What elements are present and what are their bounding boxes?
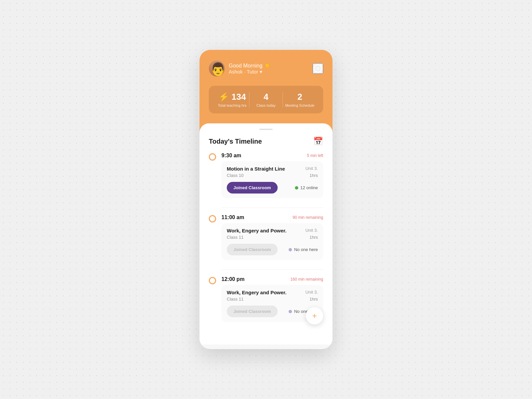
class-actions-3: Joined Classroom No one here (227, 306, 318, 317)
class-card-2: Work, Engery and Power. Unit 3. Class 11… (221, 223, 323, 260)
class-unit-3: Unit 3. (305, 290, 318, 295)
class-subject-2: Work, Engery and Power. (227, 228, 287, 233)
user-info: Good Morning ☀️ Ashok · Tutor ▾ (209, 61, 271, 76)
class-duration-3: 1hrs (310, 297, 318, 302)
time-row-2: 11:00 am 90 min remaining (221, 214, 323, 220)
class-grade-2: Class 11 (227, 235, 244, 240)
class-today-label: Class today (249, 103, 283, 107)
class-meta-1: Class 10 1hrs (227, 173, 318, 178)
stats-bar: ⚡ 134 Total teaching hrs 4 Class today 2… (209, 86, 323, 113)
user-name: Ashok (229, 69, 243, 74)
time-1: 9:30 am (221, 153, 241, 159)
class-grade-1: Class 10 (227, 173, 244, 178)
divider-2 (221, 269, 323, 270)
class-subject-3: Work, Engery and Power. (227, 290, 287, 295)
online-status-2: No one here (289, 247, 318, 252)
dropdown-arrow[interactable]: ▾ (260, 69, 262, 74)
timeline-dot-2 (209, 215, 216, 222)
time-remaining-3: 160 min remaining (290, 277, 323, 282)
meeting-label: Meeting Schedule (283, 103, 317, 107)
online-dot-1 (295, 186, 298, 190)
class-duration-1: 1hrs (310, 173, 318, 178)
online-dot-2 (289, 248, 292, 251)
online-count-2: No one here (294, 247, 318, 252)
greeting-hello: Good Morning ☀️ (229, 63, 271, 69)
time-row-3: 12:00 pm 160 min remaining (221, 276, 323, 282)
online-count-1: 12 online (300, 185, 318, 190)
class-unit-1: Unit 3. (305, 166, 318, 171)
class-subject-1: Motion in a Straight Line (227, 166, 285, 172)
teaching-hrs-value: ⚡ 134 (215, 92, 249, 102)
class-meta-2: Class 11 1hrs (227, 235, 318, 240)
content-card: Today's Timeline 📅 9:30 am 5 min left Mo… (200, 123, 332, 344)
class-duration-2: 1hrs (310, 235, 318, 240)
class-title-row-1: Motion in a Straight Line Unit 3. (227, 166, 318, 172)
join-button-1[interactable]: Joined Classroom (227, 182, 278, 194)
greeting-text: Good Morning ☀️ Ashok · Tutor ▾ (229, 63, 271, 75)
avatar (209, 61, 225, 76)
class-actions-1: Joined Classroom 12 online (227, 182, 318, 194)
fab-button[interactable]: + (306, 307, 323, 325)
time-row-1: 9:30 am 5 min left (221, 153, 323, 159)
timeline-title: Today's Timeline (209, 138, 262, 145)
class-actions-2: Joined Classroom No one here (227, 244, 318, 255)
fab-container: + (306, 307, 323, 325)
timeline-content-1: 9:30 am 5 min left Motion in a Straight … (221, 153, 323, 198)
time-3: 12:00 pm (221, 276, 244, 282)
timeline-list: 9:30 am 5 min left Motion in a Straight … (200, 153, 332, 322)
class-today-value: 4 (249, 92, 283, 102)
online-dot-3 (289, 310, 292, 313)
teaching-hrs-label: Total teaching hrs (215, 103, 249, 107)
greeting-name: Ashok · Tutor ▾ (229, 69, 271, 75)
stat-teaching-hrs: ⚡ 134 Total teaching hrs (215, 92, 249, 107)
online-status-1: 12 online (295, 185, 318, 190)
time-remaining-1: 5 min left (307, 153, 323, 158)
class-title-row-3: Work, Engery and Power. Unit 3. (227, 290, 318, 295)
meeting-value: 2 (283, 92, 317, 102)
time-remaining-2: 90 min remaining (293, 215, 323, 220)
svg-point-0 (317, 67, 319, 70)
top-bar: Good Morning ☀️ Ashok · Tutor ▾ (209, 61, 323, 76)
timeline-content-2: 11:00 am 90 min remaining Work, Engery a… (221, 214, 323, 260)
calendar-icon: 📅 (313, 137, 323, 146)
timeline-dot-3 (209, 277, 216, 284)
settings-button[interactable] (313, 63, 323, 74)
class-meta-3: Class 11 1hrs (227, 297, 318, 302)
timeline-dot-1 (209, 153, 216, 161)
class-grade-3: Class 11 (227, 297, 244, 302)
stat-class-today: 4 Class today (249, 92, 283, 107)
timeline-header: Today's Timeline 📅 (200, 137, 332, 146)
divider-1 (221, 207, 323, 208)
join-button-3[interactable]: Joined Classroom (227, 306, 278, 317)
class-unit-2: Unit 3. (305, 228, 318, 233)
time-2: 11:00 am (221, 214, 244, 220)
timeline-item-1: 9:30 am 5 min left Motion in a Straight … (209, 153, 323, 198)
class-title-row-2: Work, Engery and Power. Unit 3. (227, 228, 318, 233)
class-card-1: Motion in a Straight Line Unit 3. Class … (221, 161, 323, 198)
phone-frame: Good Morning ☀️ Ashok · Tutor ▾ (200, 50, 332, 349)
user-role-separator: · (244, 69, 247, 74)
user-role: Tutor (247, 69, 258, 74)
stat-meeting: 2 Meeting Schedule (283, 92, 317, 107)
join-button-2[interactable]: Joined Classroom (227, 244, 278, 255)
timeline-item-2: 11:00 am 90 min remaining Work, Engery a… (209, 214, 323, 260)
drag-handle[interactable] (259, 129, 273, 130)
